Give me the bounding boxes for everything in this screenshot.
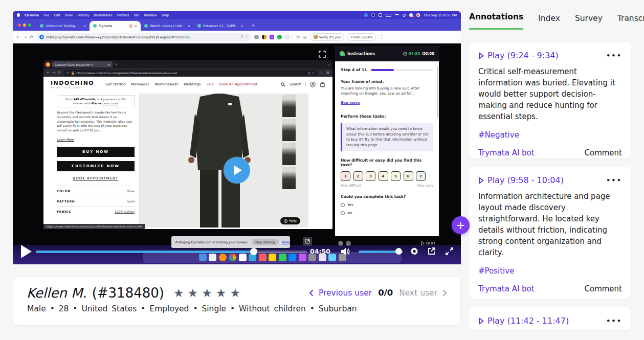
bookmark-star-icon[interactable]: ☆ (245, 35, 248, 39)
fullscreen-icon[interactable] (445, 247, 454, 256)
tab-list-icon[interactable]: ⌄ (327, 62, 330, 66)
verify-button[interactable]: Verify it's you (310, 33, 345, 41)
play-annotation-button[interactable]: Play (9:24 - 9:34) (478, 51, 559, 60)
indochino-logo[interactable]: INDOCHINO MADE FOR YOU (51, 80, 94, 89)
annotation-tag[interactable]: #Negative (478, 130, 622, 140)
image-thumbnails[interactable] (282, 95, 296, 189)
close-tab-icon[interactable]: ✕ (188, 24, 190, 28)
comment-button[interactable]: Comment (585, 284, 623, 293)
popout-icon[interactable] (427, 247, 436, 256)
firefox-address-bar[interactable]: 🛡 🔒 https://www.indochino.com/product/fl… (63, 70, 318, 76)
menu-view[interactable]: View (65, 13, 73, 17)
chrome-tab-unbounce[interactable]: Unbounce Testing: Indochino ✕ (36, 21, 90, 31)
reload-button[interactable]: ⟳ (58, 71, 61, 75)
annotation-author[interactable]: Trymata AI bot (478, 148, 535, 157)
copy-icon[interactable]: ▯ (241, 35, 243, 39)
option-yes[interactable]: Yes (341, 203, 433, 207)
dock-icon[interactable] (269, 254, 276, 261)
scale-option-1[interactable]: 1 (341, 171, 350, 181)
new-tab-button[interactable]: + (115, 62, 118, 66)
reading-list-icon[interactable]: ▭ (296, 35, 300, 39)
search-icon[interactable] (281, 82, 285, 87)
bookmark-star-icon[interactable]: ☆ (312, 71, 314, 75)
scale-option-2[interactable]: 2 (353, 171, 363, 181)
forward-button[interactable]: → (52, 71, 55, 75)
next-user-button[interactable]: Next user (399, 288, 447, 298)
menu-edit[interactable]: Edit (54, 13, 60, 17)
tab-index[interactable]: Index (538, 14, 560, 30)
annotation-author[interactable]: Trymata AI bot (478, 284, 535, 293)
menu-profiles[interactable]: Profiles (117, 13, 129, 17)
reload-button[interactable]: ⟳ (30, 35, 33, 39)
tab-survey[interactable]: Survey (575, 14, 603, 30)
stop-sharing-button[interactable]: Stop sharing (252, 239, 279, 245)
firefox-tab[interactable]: Custom Suits Made For Y ✕ (52, 61, 113, 67)
menu-file[interactable]: File (43, 13, 49, 17)
close-tab-icon[interactable]: ✕ (135, 24, 137, 28)
help-icon[interactable]: ? (338, 241, 343, 246)
play-annotation-button[interactable]: Play (11:42 - 11:47) (478, 316, 569, 326)
see-more-link[interactable]: See more (341, 101, 360, 105)
nav-womenswear[interactable]: Womenswear (154, 82, 178, 86)
instructions-scrollbar[interactable] (437, 66, 438, 118)
help-button[interactable]: ? Help (280, 217, 300, 224)
radio-icon[interactable] (341, 211, 345, 215)
previous-user-button[interactable]: Previous user (309, 288, 372, 298)
nav-sale[interactable]: Sale (206, 82, 214, 86)
menu-bookmarks[interactable]: Bookmarks (94, 13, 112, 17)
dock-icon[interactable] (279, 254, 286, 261)
finish-update-button[interactable]: Finish update (347, 33, 376, 41)
menu-chrome[interactable]: Chrome (25, 13, 39, 17)
dock-icon[interactable] (219, 254, 227, 261)
close-tab-icon[interactable]: ✕ (83, 24, 86, 28)
radio-icon[interactable] (341, 203, 345, 207)
menu-history[interactable]: History (77, 13, 89, 17)
tab-annotations[interactable]: Annotations (469, 12, 523, 30)
nav-get-started[interactable]: Get Started (105, 82, 125, 86)
learn-more-link[interactable]: Learn More (57, 138, 74, 141)
menu-tab[interactable]: Tab (134, 13, 139, 17)
extension-v-icon[interactable]: V (270, 35, 274, 39)
popout-share-icon[interactable] (303, 237, 312, 246)
chrome-address-bar[interactable]: rf-staging.trymata.com/?token=eyJhbGciOi… (36, 33, 251, 41)
dock-icon[interactable] (209, 254, 216, 261)
close-tab-icon[interactable]: ✕ (107, 63, 110, 66)
volume-icon[interactable] (340, 247, 350, 256)
scale-option-7[interactable]: 7 (416, 171, 426, 181)
menu-help[interactable]: Help (162, 13, 169, 17)
more-menu-icon[interactable]: ••• (606, 52, 622, 59)
chrome-menu-icon[interactable]: ⋮ (379, 35, 383, 39)
download-icon[interactable]: ⭳ (320, 71, 324, 75)
nav-menswear[interactable]: Menswear (131, 82, 149, 86)
option-no[interactable]: No (341, 211, 433, 215)
book-appointment-link[interactable]: BOOK APPOINTMENT (57, 176, 135, 180)
more-icon[interactable]: … (346, 241, 351, 246)
more-menu-icon[interactable]: ••• (606, 317, 622, 325)
hide-link[interactable]: Hide (282, 240, 290, 244)
hamburger-menu-icon[interactable]: ☰ (326, 71, 329, 75)
back-button[interactable]: ← (47, 71, 50, 75)
dock-icon[interactable] (259, 254, 267, 261)
nav-book-appointment[interactable]: Book An Appointment (219, 82, 257, 86)
chrome-tab-watch-videos[interactable]: Watch videos | Unbounce Te ✕ (141, 21, 194, 31)
video-player[interactable]: Chrome File Edit View History Bookmarks … (13, 11, 461, 264)
play-annotation-button[interactable]: Play (9:58 - 10:04) (478, 175, 564, 185)
dock-icon[interactable] (239, 254, 247, 261)
scale-option-3[interactable]: 3 (366, 171, 375, 181)
forward-button[interactable]: → (24, 35, 27, 39)
klarna-learn-more-link[interactable]: Learn more (102, 102, 118, 105)
account-icon[interactable] (310, 82, 316, 87)
chrome-tab-trymata[interactable]: Trymata ✕ (90, 21, 141, 31)
settings-gear-icon[interactable] (410, 246, 419, 256)
scale-option-6[interactable]: 6 (404, 171, 413, 181)
back-button[interactable]: ← (17, 35, 20, 39)
scale-option-5[interactable]: 5 (391, 171, 401, 181)
scale-option-4[interactable]: 4 (379, 171, 388, 181)
seek-bar-handle[interactable] (250, 248, 257, 255)
extension-icon[interactable] (262, 35, 267, 39)
dock-icon[interactable] (288, 254, 296, 261)
dock-icon[interactable] (199, 254, 207, 261)
extension-camera-icon[interactable] (254, 35, 259, 39)
dock-icon[interactable] (299, 254, 306, 261)
dock-icon[interactable] (229, 254, 236, 261)
